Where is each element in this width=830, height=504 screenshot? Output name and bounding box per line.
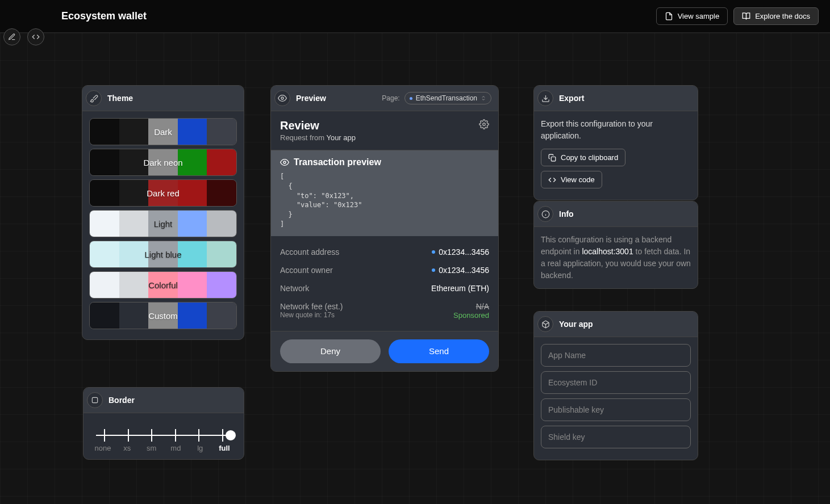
preview-panel-header: Preview Page: EthSendTransaction	[271, 86, 498, 111]
dot-icon	[410, 97, 412, 100]
sponsored-label: Sponsored	[453, 311, 489, 320]
theme-option-light[interactable]: Light	[89, 210, 237, 237]
account-owner-value: 0x1234...3456	[439, 266, 489, 275]
export-panel: Export Export this configuration to your…	[533, 85, 698, 200]
tx-preview-label: Transaction preview	[294, 157, 381, 167]
your-app-panel: Your app	[533, 311, 698, 460]
page-label: Page:	[382, 94, 399, 102]
info-text: This configuration is using a backend en…	[541, 234, 691, 282]
info-panel-header: Info	[534, 201, 698, 227]
review-header: Review Request from Your app	[271, 111, 498, 150]
account-owner-label: Account owner	[280, 266, 333, 275]
transaction-preview: Transaction preview [ { "to": "0x123", "…	[271, 150, 498, 236]
dot-icon	[432, 250, 435, 254]
preview-panel: Preview Page: EthSendTransaction Review …	[270, 85, 499, 372]
copy-to-clipboard-button[interactable]: Copy to clipboard	[541, 149, 625, 166]
app-header: Ecosystem wallet View sample Explore the…	[0, 0, 830, 33]
app-name-input[interactable]	[541, 344, 691, 367]
border-panel-header: Border	[84, 388, 244, 413]
view-sample-button[interactable]: View sample	[656, 7, 728, 25]
theme-option-dark-red[interactable]: Dark red	[89, 179, 237, 207]
theme-option-custom[interactable]: Custom	[89, 302, 237, 329]
theme-option-label: Dark	[90, 127, 236, 137]
deny-button[interactable]: Deny	[280, 339, 381, 363]
border-option-md[interactable]: md	[165, 444, 186, 452]
svg-rect-0	[92, 397, 97, 402]
book-icon	[742, 12, 750, 20]
view-code-button[interactable]: View code	[541, 171, 602, 188]
network-value: Ethereum (ETH)	[431, 284, 489, 293]
code-icon	[548, 176, 556, 184]
network-label: Network	[280, 284, 309, 293]
export-title: Export	[559, 94, 584, 103]
svg-point-1	[281, 97, 283, 99]
theme-panel: Theme DarkDark neonDark redLightLight bl…	[82, 85, 244, 340]
publishable-key-input[interactable]	[541, 398, 691, 421]
action-row: Deny Send	[271, 331, 498, 371]
border-option-sm[interactable]: sm	[141, 444, 162, 452]
border-body: nonexssmmdlgfull	[84, 413, 244, 459]
preview-title: Preview	[296, 94, 326, 103]
border-option-none[interactable]: none	[93, 444, 113, 452]
document-icon	[665, 12, 673, 20]
theme-option-label: Dark red	[90, 188, 236, 198]
tx-code: [ { "to": "0x123", "value": "0x123" } ]	[280, 172, 489, 229]
theme-title: Theme	[107, 94, 133, 103]
eye-icon	[274, 90, 290, 106]
download-icon	[537, 90, 553, 106]
theme-option-label: Custom	[90, 311, 236, 321]
network-fee-value: N/A	[453, 302, 489, 311]
header-actions: View sample Explore the docs	[656, 7, 819, 25]
page-selector[interactable]: EthSendTransaction	[404, 92, 491, 104]
account-address-label: Account address	[280, 247, 339, 257]
page-title: Ecosystem wallet	[61, 10, 147, 22]
theme-option-colorful[interactable]: Colorful	[89, 271, 237, 299]
account-address-value: 0x1234...3456	[439, 247, 489, 257]
theme-panel-header: Theme	[82, 86, 244, 111]
theme-options-list: DarkDark neonDark redLightLight blueColo…	[82, 111, 244, 339]
edit-tool-button[interactable]	[3, 28, 20, 45]
svg-point-2	[483, 123, 486, 126]
svg-rect-5	[551, 157, 556, 161]
theme-option-dark-neon[interactable]: Dark neon	[89, 149, 237, 176]
border-panel: Border nonexssmmdlgfull	[83, 387, 244, 460]
theme-option-light-blue[interactable]: Light blue	[89, 241, 237, 268]
theme-option-label: Dark neon	[90, 158, 236, 167]
info-title: Info	[559, 209, 574, 219]
code-tool-button[interactable]	[27, 28, 44, 45]
chevron-updown-icon	[481, 95, 486, 101]
dot-icon	[432, 268, 435, 272]
box-icon	[537, 316, 553, 332]
explore-docs-button[interactable]: Explore the docs	[733, 7, 819, 25]
svg-point-3	[283, 161, 286, 163]
theme-option-label: Light	[90, 219, 236, 229]
border-option-xs[interactable]: xs	[117, 444, 137, 452]
send-button[interactable]: Send	[389, 339, 489, 363]
review-subtitle: Request from Your app	[280, 133, 356, 142]
border-option-lg[interactable]: lg	[190, 444, 210, 452]
border-option-full[interactable]: full	[214, 444, 235, 452]
transaction-details: Account address 0x1234...3456 Account ow…	[271, 236, 498, 331]
square-icon	[87, 392, 103, 408]
border-title: Border	[109, 396, 135, 405]
export-text: Export this configuration to your applic…	[541, 118, 691, 142]
border-slider-knob[interactable]	[226, 430, 236, 440]
network-fee-label: Network fee (est.)	[280, 302, 343, 311]
info-icon	[537, 206, 553, 222]
your-app-title: Your app	[559, 320, 593, 329]
canvas[interactable]: Theme DarkDark neonDark redLightLight bl…	[0, 33, 830, 504]
shield-key-input[interactable]	[541, 426, 691, 448]
border-slider[interactable]	[96, 429, 231, 442]
clipboard-icon	[548, 154, 556, 162]
theme-option-label: Colorful	[90, 280, 236, 290]
theme-option-dark[interactable]: Dark	[89, 118, 237, 145]
ecosystem-id-input[interactable]	[541, 371, 691, 394]
gear-icon[interactable]	[479, 119, 489, 129]
review-title: Review	[280, 119, 356, 132]
new-quote-label: New quote in: 17s	[280, 311, 343, 319]
brush-icon	[86, 90, 102, 106]
info-panel: Info This configuration is using a backe…	[533, 201, 698, 289]
eye-icon	[280, 158, 289, 167]
theme-option-label: Light blue	[90, 250, 236, 259]
export-panel-header: Export	[534, 86, 698, 111]
